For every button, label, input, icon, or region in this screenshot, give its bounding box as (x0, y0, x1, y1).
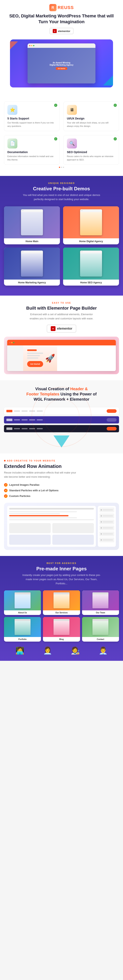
el-rocket-icon: 🚀 (45, 354, 55, 363)
inner-page-card-portfolio[interactable]: Portfolio (4, 617, 41, 641)
elementor-tag: EASY TO USE (4, 302, 119, 304)
check-icon-custom: ✓ (4, 494, 8, 498)
inner-page-card-blog[interactable]: Blog (43, 617, 80, 641)
feature-card-docs: ✓ 📄 Documentation Extensive information … (4, 135, 60, 165)
animation-features-list: ✓ Layered Images Parallax ✓ Standard Par… (4, 483, 119, 498)
features-section: ✓ ⭐ 5 Starts Support Our friendly suppor… (0, 95, 123, 176)
el-screen-content: Get Started 🚀 (7, 345, 116, 371)
inner-mini-screen-team (93, 592, 109, 608)
feature-desc-seo: Reuss caters to clients who require an i… (67, 155, 116, 161)
rp-bar (102, 528, 113, 528)
feature-card-design: ✓ 🖥 UI/UX Design Your site will always l… (63, 102, 119, 131)
el-cta-mini: Get Started (27, 361, 43, 367)
mini-dot (22, 210, 22, 211)
feature-icon-seo: 🔍 (67, 138, 77, 148)
inner-page-card-contact[interactable]: Contact (82, 617, 119, 641)
rp-dot (101, 539, 102, 541)
el-screen-header (7, 340, 116, 345)
elementor-label: elementor (58, 30, 70, 33)
ims-header (54, 592, 69, 594)
mini-header-digital (80, 209, 102, 212)
ims-header (14, 619, 30, 621)
rp-dot (101, 521, 102, 522)
hbar-logo-light (6, 410, 13, 412)
el-dot-g (13, 342, 14, 343)
hbar-item-dark (22, 428, 28, 429)
demo-label-digital: Home Digital Agency (63, 239, 119, 244)
inner-mini-screen-about (14, 592, 30, 608)
mini-dot (82, 251, 82, 252)
animation-mockup (4, 503, 119, 550)
anim-grid-item (9, 523, 51, 533)
ims-header (54, 619, 69, 621)
ims-body-blog (54, 621, 69, 635)
anim-feature-custom: ✓ Custom Particles (4, 494, 119, 498)
animation-section: ADD CREATIVE TO YOUR WEBSITE Extended Ro… (0, 453, 123, 556)
demo-label-main: Home Main (4, 239, 60, 244)
feature-card-seo: ✓ 🔍 SEO Optimized Reuss caters to client… (63, 135, 119, 165)
deco-triangle-down (54, 436, 69, 447)
el-screen-sidebar (7, 345, 23, 371)
inner-page-card-team[interactable]: Our Team (82, 590, 119, 615)
mockup-cta-btn: Get Started (56, 67, 67, 70)
el-content-bar1 (27, 349, 37, 351)
rp-bar (102, 539, 113, 540)
right-panel-item (99, 508, 114, 512)
mini-dot (23, 210, 24, 211)
hero-mockup: An Award WinningDigital Marketing Agency… (10, 40, 113, 88)
elementor-section-desc: Enhanced with a set of additional elemen… (25, 312, 98, 321)
demo-card-digital[interactable]: Home Digital Agency (63, 206, 119, 244)
animation-desc: Reuse includes incredible animation effe… (4, 471, 80, 479)
inner-page-thumb-team (82, 590, 119, 610)
inner-page-card-about[interactable]: About Us (4, 590, 41, 615)
anim-grid-content (9, 523, 94, 545)
el-screen-body: Get Started 🚀 (23, 345, 57, 371)
check-icon-particles: ✓ (4, 489, 8, 492)
feature-check-design: ✓ (114, 103, 117, 107)
rp-dot (101, 533, 102, 535)
inner-pages-title: Pre-made Inner Pages (4, 566, 119, 571)
inner-page-card-services[interactable]: Our Services (43, 590, 80, 615)
inner-pages-section: BEST FOR AGENCIES Pre-made Inner Pages I… (0, 556, 123, 661)
demo-label-marketing: Home Marketing Agency (4, 280, 60, 286)
char-figure-2: 👩‍💼 (43, 646, 52, 655)
dot-yellow (31, 45, 32, 46)
anim-feature-label-particles: Standard Particles with a Lot of Options (9, 489, 58, 492)
feature-desc-docs: Extensive information needed to install … (7, 155, 56, 161)
feature-check-docs: ✓ (54, 137, 57, 140)
mini-dot (23, 251, 24, 252)
right-panel-item (99, 531, 114, 536)
inner-page-label-blog: Blog (43, 637, 80, 641)
ims-body-about (14, 594, 30, 608)
panel-row (9, 517, 77, 518)
demo-card-main[interactable]: Home Main (4, 206, 60, 244)
animation-title: Extended Row Animation (4, 463, 119, 469)
anim-feature-parallax: ✓ Layered Images Parallax (4, 483, 119, 487)
feature-title-seo: SEO Optimized (67, 151, 116, 154)
el-content-bar4 (27, 358, 38, 359)
mini-body-marketing (21, 253, 43, 277)
mini-body-seo (80, 253, 102, 277)
panel-title-bar (9, 508, 94, 509)
brand-name: REUSS (58, 5, 74, 10)
el-content-area: Get Started (25, 347, 45, 369)
features-grid: ✓ ⭐ 5 Starts Support Our friendly suppor… (4, 102, 119, 165)
hbar-btn-light (107, 409, 117, 413)
demo-card-marketing[interactable]: Home Marketing Agency (4, 248, 60, 286)
hbar-item-light (22, 419, 28, 420)
right-panel-item (99, 514, 114, 518)
demos-grid: Home Main Home Digital Agency (4, 206, 119, 286)
logo-area: R REUSS (6, 4, 117, 11)
ims-header (93, 592, 109, 594)
char-figure-3: 🧑‍🎨 (71, 646, 80, 655)
demo-screen-mini-marketing (21, 251, 43, 277)
inner-page-thumb-portfolio (4, 617, 41, 637)
demo-thumb-seo (63, 248, 119, 280)
demos-title: Creative Pre-built Demos (4, 186, 119, 191)
right-panel-item (99, 525, 114, 530)
demo-thumb-digital (63, 206, 119, 239)
rp-bar (102, 522, 113, 522)
inner-pages-tag: BEST FOR AGENCIES (4, 562, 119, 564)
demo-card-seo[interactable]: Home SEO Agency (63, 248, 119, 286)
rp-dot (101, 509, 102, 511)
